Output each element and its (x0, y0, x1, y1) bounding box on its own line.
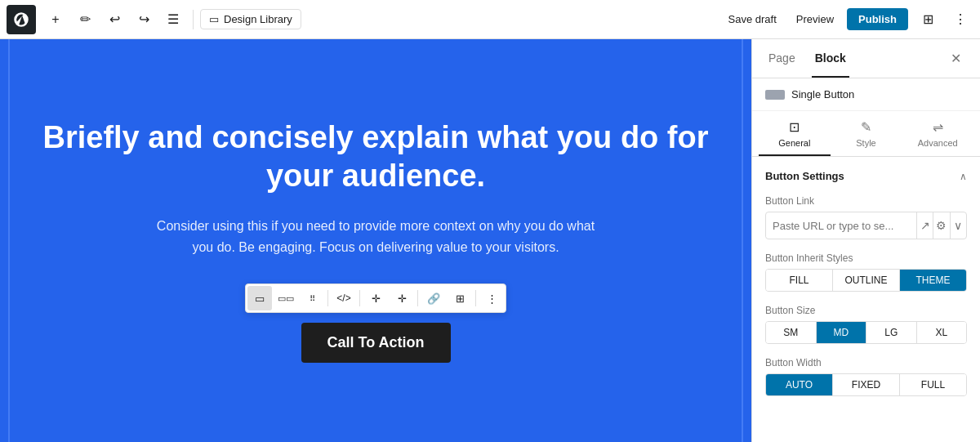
cta-button[interactable]: Call To Action (301, 323, 451, 363)
panel-close-button[interactable]: ✕ (944, 47, 967, 70)
add-block-button[interactable]: + (42, 7, 69, 33)
block-btn-grid[interactable]: ⊞ (448, 286, 472, 310)
block-btn-dots[interactable]: ⠿ (300, 286, 324, 310)
dots-icon: ⠿ (310, 294, 315, 303)
save-draft-button[interactable]: Save draft (722, 8, 783, 30)
external-link-icon: ↗ (920, 219, 930, 232)
nav-general[interactable]: ⊡ General (759, 111, 831, 156)
block-btn-align[interactable]: ▭ (247, 286, 272, 310)
nav-advanced[interactable]: ⇌ Advanced (902, 111, 973, 156)
design-library-label: Design Library (224, 13, 292, 25)
block-toolbar-sep-1 (327, 290, 328, 306)
block-btn-group[interactable]: ▭▭ (274, 286, 298, 310)
wp-logo (7, 5, 36, 34)
advanced-label: Advanced (918, 138, 958, 148)
button-width-label: Button Width (765, 357, 967, 368)
block-type-icon (765, 90, 785, 100)
settings-icon: ⚙ (936, 219, 947, 232)
undo-button[interactable]: ↩ (101, 7, 127, 33)
panel-content: Button Settings ∧ Button Link ↗ ⚙ ∨ (752, 157, 980, 409)
sidebar-toggle-button[interactable]: ⊞ (915, 7, 941, 33)
button-link-group: Button Link ↗ ⚙ ∨ (765, 195, 967, 239)
publish-button[interactable]: Publish (847, 8, 908, 30)
nav-style[interactable]: ✎ Style (831, 111, 902, 156)
edit-button[interactable]: ✏ (72, 7, 98, 33)
width-full-button[interactable]: FULL (900, 374, 966, 395)
panel-nav: ⊡ General ✎ Style ⇌ Advanced (752, 111, 980, 157)
panel-header: Page Block ✕ (752, 39, 980, 78)
plus-icon: + (51, 12, 59, 27)
tab-block[interactable]: Block (812, 39, 849, 78)
plus2-icon: ✛ (398, 292, 407, 305)
block-toolbar: ▭ ▭▭ ⠿ </> ✛ ✛ 🔗 ⊞ (245, 284, 506, 313)
block-toolbar-sep-3 (417, 290, 418, 306)
block-type-label: Single Button (791, 88, 854, 100)
redo-button[interactable]: ↪ (131, 7, 157, 33)
style-outline-button[interactable]: OUTLINE (833, 270, 900, 291)
right-panel: Page Block ✕ Single Button ⊡ General ✎ S… (751, 39, 980, 442)
editor-canvas: Briefly and concisely explain what you d… (0, 39, 751, 442)
advanced-icon: ⇌ (933, 119, 943, 135)
link-dropdown-button[interactable]: ∨ (950, 212, 966, 239)
button-width-group: Button Width AUTO FIXED FULL (765, 357, 967, 396)
align-icon: ▭ (255, 292, 265, 305)
button-size-label: Button Size (765, 305, 967, 316)
size-lg-button[interactable]: LG (866, 322, 917, 343)
list-icon: ☰ (167, 11, 179, 27)
toolbar: + ✏ ↩ ↪ ☰ ▭ Design Library Save draft Pr… (0, 0, 980, 39)
canvas-heading: Briefly and concisely explain what you d… (33, 118, 719, 196)
redo-icon: ↪ (139, 11, 149, 27)
undo-icon: ↩ (109, 11, 120, 27)
main-area: Briefly and concisely explain what you d… (0, 39, 980, 442)
general-label: General (778, 138, 810, 148)
more-options-button[interactable]: ⋮ (947, 7, 973, 33)
button-link-input[interactable] (766, 215, 916, 237)
preview-button[interactable]: Preview (790, 8, 840, 30)
list-view-button[interactable]: ☰ (160, 7, 186, 33)
link-settings-button[interactable]: ⚙ (933, 212, 949, 239)
button-inherit-styles-buttons: FILL OUTLINE THEME (765, 269, 967, 292)
block-btn-link[interactable]: 🔗 (421, 286, 446, 310)
style-icon: ✎ (861, 119, 871, 135)
sidebar-icon: ⊞ (923, 11, 933, 27)
style-fill-button[interactable]: FILL (766, 270, 833, 291)
toolbar-divider (193, 10, 194, 29)
tab-page[interactable]: Page (765, 39, 799, 78)
size-xl-button[interactable]: XL (917, 322, 967, 343)
block-btn-more[interactable]: ⋮ (479, 286, 504, 310)
style-theme-button[interactable]: THEME (900, 270, 966, 291)
block-btn-plus2[interactable]: ✛ (390, 286, 414, 310)
design-library-button[interactable]: ▭ Design Library (200, 9, 301, 29)
link-icon: 🔗 (427, 292, 440, 305)
close-icon: ✕ (951, 51, 961, 66)
width-auto-button[interactable]: AUTO (766, 374, 833, 395)
plus1-icon: ✛ (372, 292, 381, 305)
canvas-subtext: Consider using this if you need to provi… (147, 216, 604, 257)
block-btn-plus1[interactable]: ✛ (363, 286, 388, 310)
design-library-icon: ▭ (209, 13, 219, 25)
toolbar-right: Save draft Preview Publish ⊞ ⋮ (722, 7, 973, 33)
more-icon: ⋮ (487, 292, 497, 305)
size-sm-button[interactable]: SM (766, 322, 817, 343)
block-btn-code[interactable]: </> (332, 286, 356, 310)
block-toolbar-sep-4 (475, 290, 476, 306)
grid-icon: ⊞ (456, 292, 465, 305)
button-inherit-styles-label: Button Inherit Styles (765, 252, 967, 264)
button-inherit-styles-group: Button Inherit Styles FILL OUTLINE THEME (765, 252, 967, 292)
chevron-down-icon: ∨ (954, 219, 962, 232)
button-settings-header[interactable]: Button Settings ∧ (765, 170, 967, 182)
block-label: Single Button (752, 78, 980, 111)
button-link-label: Button Link (765, 195, 967, 207)
code-icon: </> (336, 292, 350, 304)
section-collapse-icon: ∧ (960, 171, 967, 182)
general-icon: ⊡ (789, 119, 800, 135)
open-link-button[interactable]: ↗ (916, 212, 933, 239)
button-width-buttons: AUTO FIXED FULL (765, 373, 967, 396)
block-toolbar-sep-2 (359, 290, 360, 306)
style-label: Style (856, 138, 875, 148)
size-md-button[interactable]: MD (817, 322, 867, 343)
button-size-group: Button Size SM MD LG XL (765, 305, 967, 344)
width-fixed-button[interactable]: FIXED (833, 374, 900, 395)
pen-icon: ✏ (80, 11, 91, 27)
button-link-input-row: ↗ ⚙ ∨ (765, 212, 967, 239)
